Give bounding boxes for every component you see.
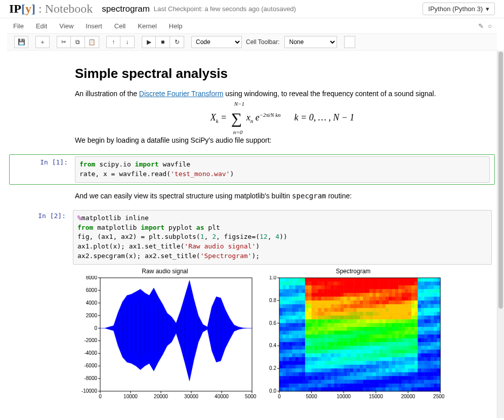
svg-rect-751 <box>386 327 389 331</box>
checkpoint-status: Last Checkpoint: a few seconds ago (auto… <box>154 5 296 13</box>
svg-rect-1547 <box>372 387 376 391</box>
run-button[interactable]: ▶ <box>142 36 156 48</box>
svg-rect-813 <box>424 330 428 334</box>
svg-rect-127 <box>308 281 312 285</box>
svg-rect-253 <box>392 289 396 293</box>
code-cell-1[interactable]: In [1]: from scipy.io import wavfile rat… <box>9 154 495 185</box>
svg-rect-449 <box>379 304 383 308</box>
svg-rect-360 <box>414 297 418 301</box>
svg-rect-1127 <box>308 357 312 361</box>
code-body-1[interactable]: from scipy.io import wavfile rate, x = w… <box>72 156 493 183</box>
svg-rect-1435 <box>334 380 338 384</box>
svg-rect-833 <box>327 334 331 339</box>
restart-button[interactable]: ↻ <box>170 36 184 48</box>
dft-link[interactable]: Discrete Fourier Transform <box>139 90 223 98</box>
scrollbar-thumb[interactable] <box>498 52 503 309</box>
svg-rect-793 <box>360 330 363 334</box>
svg-rect-336 <box>337 297 341 301</box>
svg-rect-832 <box>324 334 328 339</box>
svg-rect-264 <box>428 289 431 293</box>
svg-rect-1403 <box>392 376 396 380</box>
svg-rect-1397 <box>372 376 376 380</box>
plus-icon: ＋ <box>39 38 46 47</box>
paste-button[interactable]: 📋 <box>85 36 99 48</box>
add-cell-button[interactable]: ＋ <box>35 36 50 48</box>
svg-rect-106 <box>402 278 405 282</box>
markdown-cell: Simple spectral analysis An illustration… <box>9 58 495 152</box>
svg-rect-826 <box>305 334 309 339</box>
svg-rect-1162 <box>421 357 425 361</box>
svg-rect-1283 <box>327 368 331 372</box>
svg-rect-733 <box>327 327 331 331</box>
svg-rect-329 <box>315 297 318 301</box>
menu-kernel[interactable]: Kernel <box>132 19 163 33</box>
svg-rect-1314 <box>428 368 431 372</box>
notebook-area[interactable]: Simple spectral analysis An illustration… <box>0 51 504 420</box>
markdown-body-2[interactable]: And we can easily view its spectral stru… <box>70 187 495 208</box>
celltype-select[interactable]: Code <box>191 36 242 48</box>
svg-rect-565 <box>431 312 434 316</box>
svg-rect-756 <box>402 327 405 331</box>
svg-rect-870 <box>286 338 289 342</box>
svg-rect-1115 <box>431 353 434 357</box>
svg-rect-987 <box>341 346 344 350</box>
svg-rect-593 <box>360 316 363 320</box>
svg-rect-1420 <box>286 380 289 384</box>
scrollbar[interactable] <box>497 51 504 418</box>
svg-rect-374 <box>299 301 302 305</box>
svg-rect-694 <box>363 323 366 327</box>
save-button[interactable]: 💾 <box>14 36 28 48</box>
svg-rect-125 <box>302 281 306 285</box>
svg-rect-1378 <box>312 376 315 380</box>
svg-rect-560 <box>414 312 418 316</box>
svg-rect-783 <box>327 330 331 334</box>
code-input-2[interactable]: %matplotlib inline from matplotlib impor… <box>73 210 492 265</box>
menu-file[interactable]: File <box>7 19 30 33</box>
svg-rect-654 <box>395 319 399 323</box>
svg-rect-997 <box>372 346 376 350</box>
svg-rect-1071 <box>289 353 292 357</box>
notebook-name[interactable]: spectrogram <box>102 4 149 14</box>
svg-rect-921 <box>289 342 292 346</box>
svg-rect-896 <box>369 338 373 342</box>
stop-button[interactable]: ■ <box>156 36 170 48</box>
cell-toolbar-select[interactable]: None <box>284 36 337 48</box>
svg-rect-273 <box>296 293 299 297</box>
svg-rect-1326 <box>305 372 309 376</box>
svg-rect-1496 <box>369 384 373 388</box>
svg-rect-798 <box>376 330 380 334</box>
svg-rect-1204 <box>395 361 399 365</box>
svg-rect-569 <box>282 316 286 320</box>
svg-rect-893 <box>360 338 363 342</box>
svg-rect-144 <box>363 281 366 285</box>
svg-rect-163 <box>424 281 428 285</box>
menu-insert[interactable]: Insert <box>79 19 108 33</box>
menu-help[interactable]: Help <box>163 19 189 33</box>
svg-rect-778 <box>312 330 315 334</box>
svg-rect-1076 <box>305 353 309 357</box>
svg-rect-489 <box>347 308 351 312</box>
extra-button[interactable] <box>344 36 355 48</box>
svg-rect-932 <box>324 342 328 346</box>
svg-rect-83 <box>327 278 331 282</box>
menu-view[interactable]: View <box>53 19 79 33</box>
code-cell-2[interactable]: In [2]: %matplotlib inline from matplotl… <box>9 210 495 265</box>
svg-rect-199 <box>379 285 383 289</box>
svg-rect-724 <box>299 327 302 331</box>
svg-rect-1211 <box>417 361 421 365</box>
svg-rect-422 <box>292 304 296 308</box>
menu-edit[interactable]: Edit <box>30 19 53 33</box>
code-input-1[interactable]: from scipy.io import wavfile rate, x = w… <box>75 156 490 183</box>
menu-cell[interactable]: Cell <box>108 19 132 33</box>
svg-rect-108 <box>408 278 411 282</box>
code-body-2[interactable]: %matplotlib inline from matplotlib impor… <box>70 210 495 265</box>
copy-button[interactable]: ⧉ <box>71 36 85 48</box>
markdown-body[interactable]: Simple spectral analysis An illustration… <box>70 58 495 152</box>
move-down-button[interactable]: ↓ <box>120 36 135 48</box>
kernel-selector[interactable]: IPython (Python 3) ▾ <box>423 3 495 15</box>
svg-rect-1364 <box>428 372 431 376</box>
svg-rect-270 <box>286 293 289 297</box>
chart-2-title: Spectrogram <box>262 268 444 275</box>
cut-button[interactable]: ✂ <box>57 36 71 48</box>
move-up-button[interactable]: ↑ <box>106 36 120 48</box>
